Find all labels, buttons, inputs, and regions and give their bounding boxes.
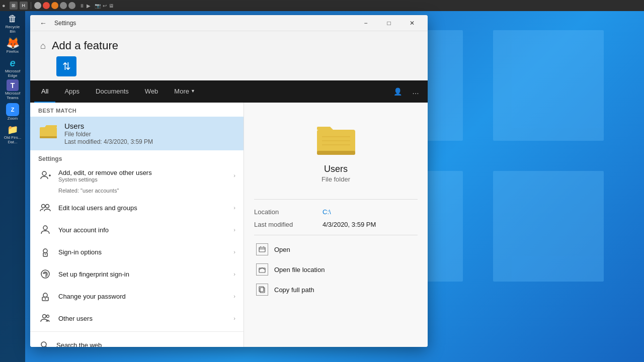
settings-item-fingerprint[interactable]: Set up fingerprint sign-in › xyxy=(30,263,244,285)
left-panel: Best match Users File folder Last modifi… xyxy=(30,103,244,347)
svg-point-17 xyxy=(43,315,46,318)
person-icon: 👤 xyxy=(393,87,402,96)
edit-local-title: Edit local users and groups xyxy=(58,204,227,212)
close-button[interactable]: ✕ xyxy=(400,15,424,31)
related-text: Related: "user accounts" xyxy=(30,187,244,197)
chevron-right-icon-6: › xyxy=(233,293,235,299)
account-info-title: Your account info xyxy=(58,226,227,234)
action-open[interactable]: Open xyxy=(254,239,418,259)
last-modified-value: 4/3/2020, 3:59 PM xyxy=(323,221,376,228)
folder-icon-large xyxy=(38,122,58,142)
record-stop-btn[interactable] xyxy=(43,2,50,9)
settings-item-signin[interactable]: Sign-in options › xyxy=(30,241,244,263)
sidebar-icon-old-files[interactable]: 📁 Old Firs... Dat... xyxy=(2,124,23,145)
best-match-item[interactable]: Users File folder Last modified: 4/3/202… xyxy=(30,117,244,150)
search-web-icon xyxy=(38,339,50,347)
person-search-button[interactable]: 👤 xyxy=(389,83,406,100)
minimize-button[interactable]: − xyxy=(354,15,377,31)
location-value: C:\ xyxy=(323,208,331,216)
settings-item-account-info[interactable]: Your account info › xyxy=(30,219,244,241)
search-web-label: Search the web xyxy=(56,341,102,347)
other-users-subtitle: System settings xyxy=(58,176,227,183)
svg-point-6 xyxy=(46,205,49,208)
right-panel: Users File folder Location C:\ Last modi… xyxy=(244,103,428,347)
other-users-2-title: Other users xyxy=(58,315,227,322)
more-chevron-icon: ▼ xyxy=(191,88,195,94)
edit-users-icon xyxy=(38,201,52,215)
settings-window: ← Settings − □ ✕ ⌂ Add a feature xyxy=(30,15,428,347)
fingerprint-icon xyxy=(38,267,52,281)
sidebar-icon-firefox[interactable]: 🦊 Firefox xyxy=(2,35,23,56)
title-bar: ← Settings − □ ✕ xyxy=(30,15,428,31)
record-btn[interactable] xyxy=(51,2,58,9)
best-match-date: Last modified: 4/3/2020, 3:59 PM xyxy=(64,138,235,145)
other-users-title: Add, edit, or remove other users xyxy=(58,169,227,176)
settings-section-label: Settings xyxy=(30,150,244,164)
action-open-location[interactable]: Open file location xyxy=(254,259,418,280)
settings-item-other-users-2[interactable]: Other users › xyxy=(30,307,244,329)
action-copy-path[interactable]: Copy full path xyxy=(254,280,418,300)
settings-item-edit-local[interactable]: Edit local users and groups › xyxy=(30,197,244,219)
sidebar-icon-teams[interactable]: T Microsof Teams xyxy=(2,79,23,101)
svg-point-9 xyxy=(43,249,47,253)
feature-icon: ⇅ xyxy=(62,60,71,72)
svg-point-13 xyxy=(43,293,47,297)
svg-point-19 xyxy=(41,342,46,347)
search-web-item[interactable]: Search the web xyxy=(30,334,244,347)
svg-line-20 xyxy=(46,346,48,347)
sidebar: 🗑 Recycle Bin 🦊 Firefox e Microsof Edge … xyxy=(0,11,25,362)
chevron-right-icon-5: › xyxy=(233,271,235,277)
best-match-title: Users xyxy=(64,122,235,130)
folder-icon-xl xyxy=(316,123,356,158)
sidebar-icon-zoom[interactable]: Z Zoom xyxy=(2,102,23,123)
back-button[interactable]: ← xyxy=(36,16,50,30)
more-options-button[interactable]: … xyxy=(408,83,424,100)
tab-apps[interactable]: Apps xyxy=(57,80,87,103)
password-icon xyxy=(38,289,52,303)
location-label: Location xyxy=(254,208,314,216)
signin-icon xyxy=(38,245,52,259)
settings-item-password[interactable]: Change your password › xyxy=(30,285,244,307)
divider xyxy=(30,331,244,332)
detail-modified-row: Last modified 4/3/2020, 3:59 PM xyxy=(254,218,418,231)
location-link[interactable]: C:\ xyxy=(323,208,331,216)
chevron-right-icon: › xyxy=(233,172,235,178)
settings-item-other-users[interactable]: Add, edit, or remove other users System … xyxy=(30,164,244,187)
best-match-header: Best match xyxy=(30,103,244,117)
best-match-subtitle: File folder xyxy=(64,131,235,138)
preview-subtitle: File folder xyxy=(321,175,350,183)
fingerprint-title: Set up fingerprint sign-in xyxy=(58,270,227,278)
tab-all[interactable]: All xyxy=(34,80,55,103)
detail-divider xyxy=(254,235,418,235)
search-bar: All Apps Documents Web More ▼ 👤 … xyxy=(30,80,428,103)
content-area: Best match Users File folder Last modifi… xyxy=(30,103,428,347)
tab-more[interactable]: More ▼ xyxy=(167,80,202,103)
file-preview: Users File folder xyxy=(254,113,418,191)
signin-title: Sign-in options xyxy=(58,248,227,256)
open-location-icon xyxy=(256,263,268,276)
svg-point-16 xyxy=(45,298,46,299)
maximize-button[interactable]: □ xyxy=(377,15,400,31)
tab-documents[interactable]: Documents xyxy=(89,80,136,103)
tab-web[interactable]: Web xyxy=(138,80,166,103)
account-info-icon xyxy=(38,223,52,237)
sidebar-icon-edge[interactable]: e Microsof Edge xyxy=(2,57,23,78)
chevron-right-icon-7: › xyxy=(233,315,235,321)
action-copy-path-label: Copy full path xyxy=(274,286,314,294)
add-user-icon xyxy=(38,168,52,183)
svg-rect-22 xyxy=(317,151,355,155)
folder-svg xyxy=(39,123,58,140)
svg-rect-26 xyxy=(259,247,265,252)
svg-point-2 xyxy=(42,171,46,175)
sidebar-icon-recycle-bin[interactable]: 🗑 Recycle Bin xyxy=(2,13,23,34)
window-title-label: Settings xyxy=(54,20,76,27)
chevron-right-icon-2: › xyxy=(233,205,235,211)
other-users-icon xyxy=(38,311,52,325)
home-icon: ⌂ xyxy=(40,41,46,51)
svg-rect-27 xyxy=(259,268,265,273)
action-open-location-label: Open file location xyxy=(274,266,325,274)
password-title: Change your password xyxy=(58,293,227,300)
last-modified-label: Last modified xyxy=(254,221,314,228)
chevron-right-icon-4: › xyxy=(233,249,235,255)
ellipsis-icon: … xyxy=(412,87,419,96)
